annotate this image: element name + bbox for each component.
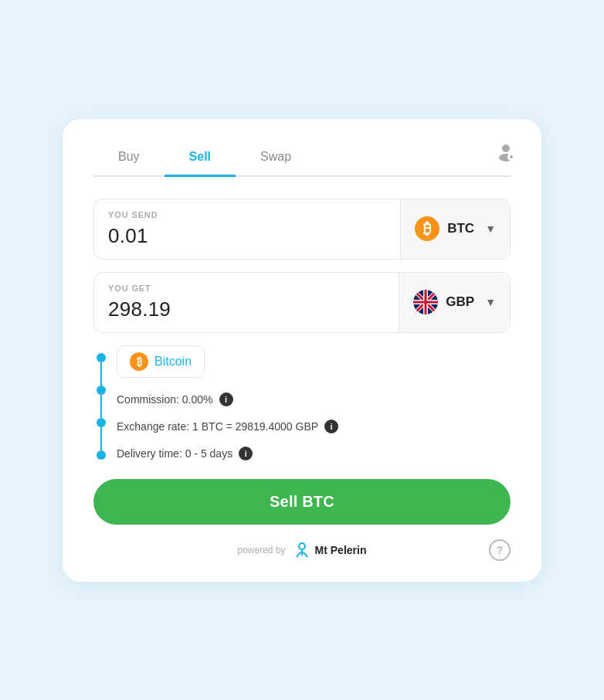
send-value[interactable]: 0.01 [108, 224, 386, 248]
sell-button[interactable]: Sell BTC [93, 479, 511, 525]
get-row: YOU GET 298.19 [93, 272, 511, 333]
timeline-line-1 [100, 362, 103, 386]
btc-icon: ₿ [415, 216, 439, 241]
send-currency-code: BTC [447, 221, 474, 236]
help-icon[interactable]: ? [489, 539, 511, 561]
exchange-rate-info-icon[interactable]: i [324, 420, 338, 433]
bitcoin-pill[interactable]: ₿ Bitcoin [117, 345, 205, 378]
svg-point-16 [299, 543, 305, 549]
bitcoin-pill-icon: ₿ [130, 352, 148, 371]
delivery-time-info-icon[interactable]: i [239, 447, 253, 460]
get-input-area: YOU GET 298.19 [94, 273, 399, 332]
timeline-dot-3 [97, 418, 106, 427]
send-row: YOU SEND 0.01 ₿ BTC ▼ [93, 199, 511, 260]
send-currency-selector[interactable]: ₿ BTC ▼ [400, 199, 510, 259]
tabs: Buy Sell Swap [93, 144, 511, 177]
commission-row: Commission: 0.00% i [117, 392, 511, 406]
svg-point-0 [502, 144, 510, 152]
timeline-line-3 [100, 427, 103, 450]
get-value[interactable]: 298.19 [108, 297, 385, 321]
pelerin-logo: Mt Pelerin [292, 540, 367, 560]
tab-buy[interactable]: Buy [93, 144, 165, 177]
tab-sell[interactable]: Sell [165, 144, 236, 177]
timeline-dot-1 [97, 353, 106, 362]
timeline-line-2 [100, 395, 103, 418]
timeline-dot-2 [97, 386, 106, 395]
footer: powered by Mt Pelerin ? [93, 540, 511, 560]
send-input-area: YOU SEND 0.01 [94, 199, 400, 259]
pelerin-icon [292, 540, 312, 560]
get-currency-code: GBP [446, 294, 474, 310]
timeline-dot-4 [97, 450, 106, 460]
tab-swap[interactable]: Swap [236, 144, 316, 177]
exchange-rate-row: Exchange rate: 1 BTC = 29819.4000 GBP i [117, 419, 511, 433]
profile-icon[interactable] [495, 141, 517, 165]
get-currency-selector[interactable]: GBP ▼ [399, 273, 510, 332]
send-label: YOU SEND [108, 210, 386, 219]
pelerin-brand-text: Mt Pelerin [315, 544, 367, 556]
delivery-time-text: Delivery time: 0 - 5 days [117, 447, 232, 460]
commission-info-icon[interactable]: i [219, 392, 233, 406]
send-currency-chevron-icon: ▼ [485, 223, 496, 235]
commission-text: Commission: 0.00% [117, 393, 213, 406]
get-currency-chevron-icon: ▼ [485, 296, 496, 308]
main-card: Buy Sell Swap YOU SEND 0.01 ₿ BTC ▼ YOU … [63, 119, 541, 582]
delivery-time-row: Delivery time: 0 - 5 days i [117, 446, 511, 460]
exchange-rate-text: Exchange rate: 1 BTC = 29819.4000 GBP [117, 420, 318, 433]
bitcoin-pill-text: Bitcoin [154, 355, 192, 369]
powered-by-text: powered by [238, 545, 286, 556]
gbp-flag-icon [413, 290, 438, 314]
svg-rect-13 [413, 301, 438, 304]
get-label: YOU GET [108, 284, 385, 293]
